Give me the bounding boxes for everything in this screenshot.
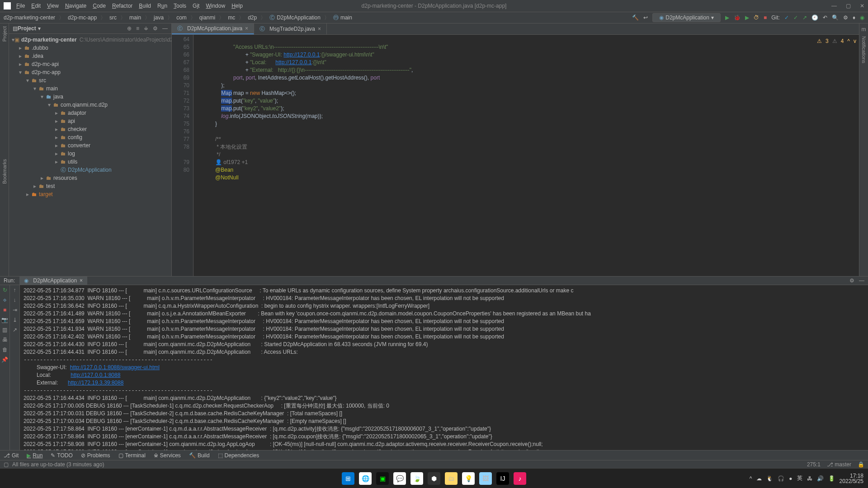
project-tab[interactable]: Project [2,26,7,42]
tree-item[interactable]: checker [68,126,87,132]
debug-icon[interactable]: 🐞 [734,14,741,21]
tree-item[interactable]: log [68,150,75,157]
chat-app[interactable]: 💬 [393,472,406,485]
menu-help[interactable]: Help [231,3,243,9]
tree-item[interactable]: java [53,94,63,100]
clock[interactable]: 17:18 2022/5/25 [840,473,863,484]
wrap-icon[interactable]: ⇥ [13,307,17,313]
volume-icon[interactable]: 🔊 [817,475,824,482]
settings-icon[interactable]: ⚙ [843,14,848,21]
scroll-icon[interactable]: ⤓ [13,317,17,323]
history-icon[interactable]: 🕘 [811,14,818,21]
stop-icon[interactable]: ■ [3,307,6,313]
crumb-2[interactable]: src [109,14,117,21]
tree-item[interactable]: .idea [32,53,43,59]
crumb-9[interactable]: D2pMcApplication [277,14,321,21]
search-icon[interactable]: 🔍 [832,14,839,21]
tree-item[interactable]: main [46,85,58,92]
coverage-icon[interactable]: ▶ [745,14,749,21]
panel-title[interactable]: Project [18,25,36,32]
tab-msgtraded2p[interactable]: ⓒ MsgTradeD2p.java × [254,23,327,34]
crumb-10[interactable]: main [340,14,352,21]
push-icon[interactable]: ↗ [802,14,807,21]
collapse-all-icon[interactable]: ≑ [144,25,148,32]
wifi-icon[interactable]: 🖧 [807,475,812,482]
menu-refactor[interactable]: Refactor [112,3,132,9]
headset-icon[interactable]: 🎧 [778,475,784,482]
menu-edit[interactable]: Edit [31,3,41,9]
tw-terminal[interactable]: ▢Terminal [118,452,146,459]
explorer-app[interactable]: 🗂 [445,472,458,485]
chevron-down-icon[interactable]: ▾ [38,25,41,32]
profiler-icon[interactable]: ◉ [860,14,864,21]
lock-icon[interactable]: 🔒 [858,461,864,468]
gear-icon[interactable]: ⚙ [849,277,854,284]
run-icon[interactable]: ▶ [725,14,729,21]
close-tab-icon[interactable]: × [318,26,321,32]
run-tab[interactable]: ◉ D2pMcApplication × [19,277,87,285]
terminal-app[interactable]: ▣ [376,472,389,485]
stop-icon[interactable]: ■ [764,14,767,21]
layout-icon[interactable]: ▥ [2,327,7,333]
inspection-widget[interactable]: ⚠3 ⚠4 ^ v [817,38,856,45]
console-output[interactable]: 2022-05-25 17:16:34.877 INFO 18160 --- [… [20,285,868,458]
tree-item[interactable]: target [39,191,53,197]
maximize-icon[interactable]: ▢ [846,3,851,9]
minimize-icon[interactable]: — [831,3,837,9]
print-icon[interactable]: 🖶 [2,337,8,343]
git-branch[interactable]: ⎇ master [827,461,851,468]
rerun-icon[interactable]: ↻ [3,287,7,293]
menu-build[interactable]: Build [139,3,151,9]
camera-icon[interactable]: 📷 [1,317,8,323]
chevron-up-icon[interactable]: ^ [750,475,752,482]
maven-icon[interactable]: ♦ [853,14,855,21]
external-link[interactable]: http://172.19.3.39:8088 [68,380,123,386]
code-area[interactable]: "Access URLs:\n-------------------------… [193,35,859,276]
tree-item[interactable]: com.qianmi.mc.d2p [61,102,108,108]
bookmarks-tab[interactable]: Bookmarks [2,159,7,184]
music-app[interactable]: ♪ [514,472,526,485]
hammer-icon[interactable]: 🔨 [632,14,639,21]
tw-dependencies[interactable]: ⬚Dependencies [218,452,259,459]
swagger-link[interactable]: http://127.0.0.1:8088/swagger-ui.html [70,364,160,371]
tree-item[interactable]: d2p-mc-api [32,61,59,67]
gear-icon[interactable]: ⚙ [153,25,158,32]
image-app[interactable]: 🖼 [479,472,492,485]
tw-problems[interactable]: ⊘Problems [81,452,110,459]
menu-window[interactable]: Window [206,3,225,9]
profile-icon[interactable]: ⏱ [754,14,759,21]
close-icon[interactable]: ✕ [860,3,864,9]
down-icon[interactable]: ↓ [14,297,16,303]
menu-run[interactable]: Run [157,3,167,9]
crumb-7[interactable]: mc [228,14,235,21]
menu-file[interactable]: File [16,3,25,9]
export-icon[interactable]: ↗ [13,327,17,333]
tree-item[interactable]: adaptor [68,110,86,116]
system-tray[interactable]: ^ ☁ 🐧 🎧 ● 英 🖧 🔊 🔋 17:18 2022/5/25 [750,473,863,484]
intellij-app[interactable]: IJ [496,472,509,485]
start-button[interactable]: ⊞ [342,472,354,485]
close-icon[interactable]: × [80,277,83,284]
tree-item[interactable]: resources [53,175,77,181]
tree-item[interactable]: config [68,134,82,141]
caret-position[interactable]: 275:1 [807,461,821,468]
line-gutter[interactable]: 6465666768697071727374757677787980 [172,35,193,276]
tool-app[interactable]: ⬢ [428,472,440,485]
tree-item[interactable]: api [68,118,75,124]
crumb-6[interactable]: qianmi [199,14,215,21]
maven-icon[interactable]: m [862,26,866,33]
dot-icon[interactable]: ● [789,475,792,482]
tree-item[interactable]: src [39,77,46,84]
crumb-8[interactable]: d2p [248,14,257,21]
qq-icon[interactable]: 🐧 [766,475,773,482]
tw-build[interactable]: 🔨Build [189,452,210,459]
menu-tools[interactable]: Tools [174,3,186,9]
crumb-5[interactable]: com [176,14,187,21]
crumb-4[interactable]: java [154,14,164,21]
tw-run[interactable]: ▶Run [27,452,42,459]
battery-icon[interactable]: 🔋 [828,475,835,482]
up-icon[interactable]: ↑ [14,287,16,293]
run-config-dropdown[interactable]: ◉ D2pMcApplication ▾ [652,13,721,22]
tree-item[interactable]: utils [68,159,77,165]
tree-root[interactable]: d2p-marketing-center [21,37,77,43]
